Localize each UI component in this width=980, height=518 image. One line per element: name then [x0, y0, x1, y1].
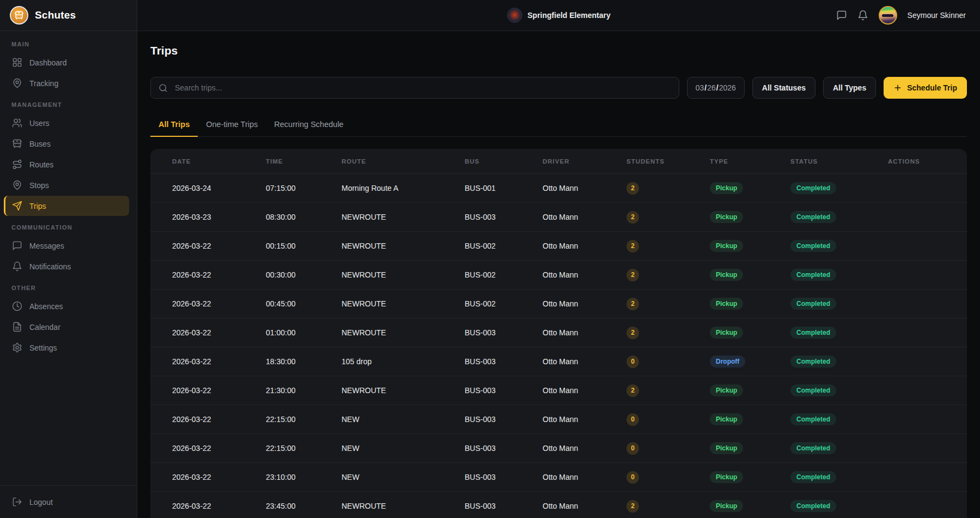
sidebar-item-label: Messages: [29, 242, 64, 250]
logout-button[interactable]: Logout: [4, 492, 129, 512]
trip-type-badge: Pickup: [710, 327, 743, 339]
sidebar-item[interactable]: Trips: [4, 196, 129, 216]
page-content: Trips 03/26/2026 All Statuses All Types …: [137, 31, 980, 518]
students-count-badge: 2: [626, 384, 639, 397]
trip-date: 2026-03-22: [172, 357, 266, 366]
date-picker[interactable]: 03/26/2026: [687, 77, 745, 99]
section-label: OTHER: [4, 277, 129, 296]
column-header-time: TIME: [266, 158, 342, 165]
sidebar-item-label: Absences: [29, 302, 63, 311]
sidebar-item[interactable]: Stops: [4, 175, 129, 195]
notifications-button[interactable]: [857, 10, 868, 21]
schedule-trip-button[interactable]: Schedule Trip: [884, 77, 967, 99]
section-items: Dashboard Tracking: [4, 52, 129, 93]
sidebar-item[interactable]: Calendar: [4, 317, 129, 337]
trip-status-badge: Completed: [790, 327, 836, 339]
table-row: 2026-03-22 22:15:00 NEW BUS-003 Otto Man…: [150, 405, 967, 434]
sidebar-item[interactable]: Absences: [4, 296, 129, 316]
sidebar-item[interactable]: Buses: [4, 134, 129, 154]
view-trip-button[interactable]: [893, 450, 896, 452]
view-trip-button[interactable]: [893, 276, 896, 279]
trip-driver: Otto Mann: [543, 328, 626, 337]
messages-button[interactable]: [836, 10, 847, 21]
type-filter-button[interactable]: All Types: [823, 77, 876, 99]
column-header-route: ROUTE: [342, 158, 465, 165]
students-count-badge: 2: [626, 298, 639, 310]
trip-route: NEWROUTE: [342, 213, 465, 221]
sidebar-item[interactable]: Dashboard: [4, 52, 129, 73]
tab-all-trips[interactable]: All Trips: [150, 114, 198, 137]
view-trip-button[interactable]: [893, 392, 896, 394]
view-trip-button[interactable]: [893, 248, 896, 250]
table-row: 2026-03-22 00:45:00 NEWROUTE BUS-002 Ott…: [150, 290, 967, 318]
section-items: Messages Notifications: [4, 236, 129, 276]
trip-date: 2026-03-22: [172, 242, 266, 250]
sidebar-item-label: Stops: [29, 181, 49, 190]
trip-status-badge: Completed: [790, 471, 836, 483]
view-trip-button[interactable]: [893, 479, 896, 481]
status-filter-button[interactable]: All Statuses: [752, 77, 815, 99]
view-trip-button[interactable]: [893, 508, 896, 510]
search-input[interactable]: [174, 83, 671, 93]
trip-route: NEW: [342, 473, 465, 481]
students-count-badge: 0: [626, 442, 639, 455]
trip-bus: BUS-003: [465, 415, 543, 424]
bell-icon: [857, 10, 868, 21]
logout-label: Logout: [29, 498, 53, 507]
trips-icon: [12, 201, 22, 211]
brand-name: Schutes: [35, 9, 76, 21]
trip-route: NEW: [342, 415, 465, 424]
trip-bus: BUS-003: [465, 386, 543, 395]
sidebar-item[interactable]: Notifications: [4, 256, 129, 276]
app-logo: [10, 6, 28, 25]
main-area: Springfield Elementary Seymour Skinner T…: [137, 0, 980, 518]
sidebar-item[interactable]: Tracking: [4, 73, 129, 93]
users-icon: [12, 118, 22, 128]
schedule-trip-label: Schedule Trip: [907, 83, 957, 92]
sidebar-item[interactable]: Settings: [4, 338, 129, 358]
trip-type-badge: Pickup: [710, 298, 743, 310]
view-trip-button[interactable]: [893, 334, 896, 336]
trip-bus: BUS-002: [465, 270, 543, 279]
sidebar-item-label: Calendar: [29, 323, 60, 332]
trip-time: 08:30:00: [266, 213, 342, 221]
sidebar-section-communication: COMMUNICATION Messages Notifications: [4, 216, 129, 276]
route-icon: [12, 159, 22, 170]
trip-bus: BUS-001: [465, 184, 543, 192]
school-selector[interactable]: Springfield Elementary: [507, 8, 610, 23]
trip-bus: BUS-003: [465, 213, 543, 221]
view-trip-button[interactable]: [893, 190, 896, 192]
trip-driver: Otto Mann: [543, 386, 626, 395]
topbar-right: Seymour Skinner: [836, 6, 966, 25]
trip-date: 2026-03-22: [172, 328, 266, 337]
section-label: MANAGEMENT: [4, 94, 129, 112]
sidebar-item[interactable]: Routes: [4, 154, 129, 174]
topbar: Springfield Elementary Seymour Skinner: [137, 0, 980, 31]
table-row: 2026-03-22 01:00:00 NEWROUTE BUS-003 Ott…: [150, 318, 967, 347]
trip-route: NEWROUTE: [342, 502, 465, 510]
students-count-badge: 2: [626, 211, 639, 224]
table-row: 2026-03-24 07:15:00 Morning Route A BUS-…: [150, 174, 967, 203]
view-trip-button[interactable]: [893, 219, 896, 221]
students-count-badge: 0: [626, 356, 639, 368]
trip-type-badge: Pickup: [710, 269, 743, 281]
tab-one-time-trips[interactable]: One-time Trips: [198, 114, 266, 137]
sidebar-item[interactable]: Messages: [4, 236, 129, 256]
view-trip-button[interactable]: [893, 305, 896, 308]
column-header-type: TYPE: [710, 158, 790, 165]
students-count-badge: 2: [626, 182, 639, 195]
trip-date: 2026-03-22: [172, 386, 266, 395]
table-row: 2026-03-22 22:15:00 NEW BUS-003 Otto Man…: [150, 434, 967, 463]
sidebar-item-label: Users: [29, 119, 50, 128]
tab-recurring-schedule[interactable]: Recurring Schedule: [266, 114, 351, 137]
search-icon: [159, 83, 168, 93]
trip-driver: Otto Mann: [543, 184, 626, 192]
trip-type-badge: Pickup: [710, 211, 743, 223]
sidebar-item[interactable]: Users: [4, 113, 129, 133]
view-trip-button[interactable]: [893, 363, 896, 365]
view-trip-button[interactable]: [893, 421, 896, 423]
trip-time: 07:15:00: [266, 184, 342, 192]
user-avatar[interactable]: [879, 6, 897, 25]
trip-route: NEW: [342, 444, 465, 453]
trip-time: 21:30:00: [266, 386, 342, 395]
